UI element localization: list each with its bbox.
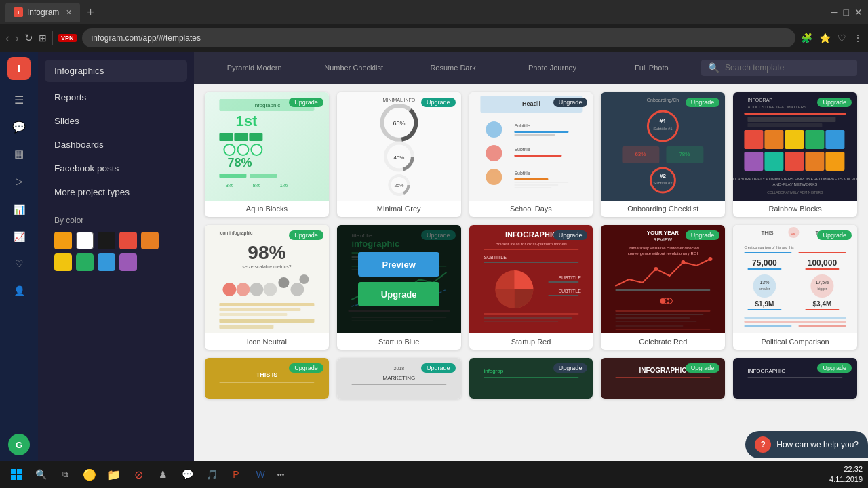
color-swatch-blue[interactable] [98, 253, 115, 271]
template-card-aqua-blocks[interactable]: Upgrade Infographic 1st 78% [205, 92, 329, 217]
start-button[interactable] [5, 464, 27, 485]
template-card-bottom-1[interactable]: Upgrade THIS IS [205, 358, 329, 399]
template-card-minimal-grey[interactable]: Upgrade MINIMAL INFO 65% 40% 2 [337, 92, 461, 217]
sidebar-item-infographics[interactable]: Infographics [45, 60, 187, 82]
templates-icon[interactable]: ▦ [7, 142, 31, 165]
svg-point-77 [290, 283, 304, 296]
upgrade-badge: Upgrade [421, 363, 456, 373]
card-label: Minimal Grey [337, 201, 461, 217]
sidebar-item-dashboards[interactable]: Dashboards [45, 134, 187, 156]
color-filter-label: By color [54, 216, 178, 225]
svg-rect-103 [548, 295, 578, 296]
chart-icon[interactable]: 📊 [7, 198, 31, 221]
svg-rect-96 [484, 249, 578, 250]
opera-icon[interactable]: ⊘ [127, 464, 149, 485]
color-swatch-red[interactable] [119, 232, 137, 249]
favorites-icon[interactable]: ♡ [7, 252, 31, 275]
svg-point-75 [263, 283, 277, 296]
color-swatch-black[interactable] [98, 232, 115, 249]
card-label: Startup Blue [337, 333, 461, 350]
color-swatch-purple[interactable] [119, 253, 137, 271]
address-bar[interactable]: infogram.com/app/#/templates [82, 28, 795, 47]
header-title-photo: Photo Journey [502, 64, 601, 72]
template-card-celebrate-red[interactable]: Upgrade YOUR YEAR REVIEW Dramatically vi… [601, 225, 725, 350]
template-card-startup-blue[interactable]: Upgrade title of the infographic [337, 225, 461, 350]
analytics-icon[interactable]: 📈 [7, 225, 31, 248]
forward-button[interactable]: › [15, 31, 19, 45]
template-card-bottom-2[interactable]: Upgrade 2018 MARKETING [337, 358, 461, 399]
refresh-button[interactable]: ↻ [24, 32, 33, 44]
help-bubble[interactable]: ? How can we help you? [745, 431, 868, 458]
svg-rect-161 [17, 469, 22, 474]
svg-rect-162 [11, 475, 16, 480]
minimize-icon[interactable]: ─ [831, 7, 838, 18]
sidebar-item-slides[interactable]: Slides [45, 110, 187, 132]
template-card-icon-neutral[interactable]: Upgrade icon infographic 98% seize scala… [205, 225, 329, 350]
color-swatch-orange[interactable] [54, 232, 72, 249]
svg-text:SUBTITLE: SUBTITLE [558, 289, 581, 293]
extensions-icon[interactable]: 🧩 [801, 33, 812, 43]
card-label: Celebrate Red [601, 333, 725, 350]
search-input[interactable] [725, 63, 847, 73]
steam-icon[interactable]: ♟ [152, 464, 174, 485]
powerpoint-icon[interactable]: P [225, 464, 247, 485]
maximize-icon[interactable]: □ [844, 7, 849, 18]
templates-row-2: Upgrade icon infographic 98% seize scala… [205, 225, 857, 350]
color-swatch-yellow[interactable] [54, 253, 72, 271]
template-card-bottom-3[interactable]: Upgrade infograp [469, 358, 593, 399]
svg-text:THIS: THIS [762, 230, 774, 236]
file-explorer-icon[interactable]: 📁 [103, 464, 125, 485]
template-card-bottom-4[interactable]: Upgrade INFOGRAPHIC [601, 358, 725, 399]
card-label: Startup Red [469, 333, 593, 350]
template-card-political-comparison[interactable]: Upgrade THIS vs. THIS Creat comparison o… [733, 225, 857, 350]
upgrade-badge: Upgrade [686, 230, 720, 240]
svg-rect-144 [806, 309, 840, 310]
template-card-onboarding-checklist[interactable]: Upgrade Onboarding/Ch #1 Subtitle #1 63%… [601, 92, 725, 217]
new-tab-button[interactable]: + [83, 5, 98, 20]
heart-icon[interactable]: ♡ [837, 33, 846, 43]
word-icon[interactable]: W [250, 464, 271, 485]
card-thumbnail: Headli Subtitle Subtitle Subtitle [469, 92, 593, 201]
app-logo[interactable]: I [7, 57, 31, 80]
svg-rect-98 [484, 262, 578, 263]
vpn-badge: VPN [58, 34, 77, 42]
chrome-taskbar-icon[interactable]: 🟡 [79, 464, 100, 485]
svg-rect-123 [616, 329, 711, 330]
bookmark-icon[interactable]: ⭐ [819, 33, 831, 43]
sidebar-item-reports[interactable]: Reports [45, 86, 187, 108]
task-view-button[interactable]: ⧉ [54, 464, 76, 485]
color-swatch-green[interactable] [76, 253, 94, 271]
sidebar-item-facebook-posts[interactable]: Facebook posts [45, 157, 187, 180]
upgrade-badge: Upgrade [553, 363, 588, 373]
template-card-school-days[interactable]: Upgrade Headli Subtitle Subtitle [469, 92, 593, 217]
taskbar-more[interactable]: ••• [274, 464, 288, 485]
browser-tab[interactable]: I Infogram ✕ [5, 3, 80, 22]
tab-close-icon[interactable]: ✕ [66, 8, 72, 17]
users-icon[interactable]: 👤 [7, 279, 31, 302]
spotify-icon[interactable]: 🎵 [201, 464, 222, 485]
grid-view-button[interactable]: ⊞ [39, 33, 47, 43]
svg-rect-64 [806, 152, 825, 171]
discord-icon[interactable]: 💬 [176, 464, 198, 485]
template-card-bottom-5[interactable]: Upgrade INFOGRAPHIC [733, 358, 857, 399]
color-swatch-dark-orange[interactable] [141, 232, 159, 249]
template-card-startup-red[interactable]: Upgrade INFOGRAPHIC Boldest ideas for cr… [469, 225, 593, 350]
color-swatch-white[interactable] [76, 232, 94, 249]
close-icon[interactable]: ✕ [854, 7, 863, 18]
template-card-rainbow-blocks[interactable]: Upgrade INFOGRAP ADULT STUFF THAT MATTER… [733, 92, 857, 217]
svg-text:$1,9M: $1,9M [755, 300, 774, 308]
svg-rect-155 [484, 377, 578, 378]
search-taskbar-button[interactable]: 🔍 [30, 464, 52, 485]
user-avatar[interactable]: G [8, 434, 30, 455]
icon-bar: I ☰ 💬 ▦ ▷ 📊 📈 ♡ 👤 G [0, 52, 38, 461]
back-button[interactable]: ‹ [5, 31, 9, 45]
play-icon[interactable]: ▷ [7, 169, 31, 192]
menu-toggle-icon[interactable]: ☰ [7, 88, 31, 111]
svg-rect-150 [219, 382, 314, 383]
upgrade-button[interactable]: Upgrade [358, 282, 439, 306]
taskbar-time: 22:32 4.11.2019 [829, 464, 863, 485]
more-icon[interactable]: ⋮ [853, 33, 863, 43]
preview-button[interactable]: Preview [358, 252, 439, 277]
sidebar-item-more-project-types[interactable]: More project types [45, 181, 187, 203]
chat-icon[interactable]: 💬 [7, 115, 31, 138]
